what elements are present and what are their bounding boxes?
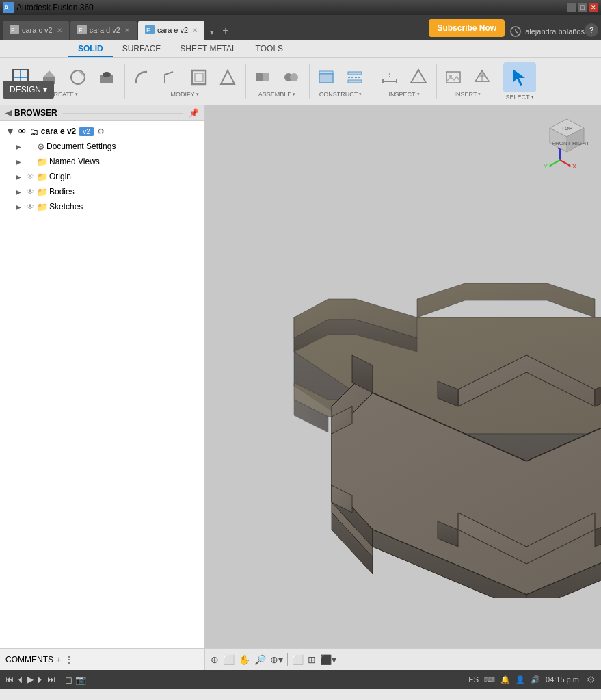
interference-icon: ! bbox=[408, 66, 429, 88]
toolbar-group-insert: INSERT▾ bbox=[438, 64, 500, 99]
zoom-icon[interactable]: 🔎 bbox=[254, 654, 266, 665]
expand-icon[interactable]: ▶ bbox=[14, 202, 23, 211]
shell-button[interactable] bbox=[185, 65, 213, 90]
design-button[interactable]: DESIGN ▾ bbox=[3, 81, 54, 99]
toolbar-tab-surface[interactable]: SURFACE bbox=[113, 41, 171, 57]
measure-button[interactable] bbox=[376, 65, 403, 90]
toolbar-tab-tools[interactable]: TOOLS bbox=[246, 41, 293, 57]
tree-item-named-views[interactable]: ▶ 👁 📁 Named Views bbox=[0, 154, 204, 169]
tab-cara-c-v2[interactable]: F cara c v2 ✕ bbox=[3, 21, 69, 40]
tree-item-bodies[interactable]: ▶ 👁 📁 Bodies bbox=[0, 184, 204, 199]
toolbar-tab-solid[interactable]: SOLID bbox=[68, 41, 113, 57]
first-frame-button[interactable]: ⏮ bbox=[5, 675, 14, 684]
timeline-mark-button[interactable]: ◻ bbox=[65, 675, 72, 685]
visibility-icon[interactable]: 👁 bbox=[25, 171, 36, 182]
as-built-joint-button[interactable] bbox=[278, 65, 305, 90]
tree-root-label: cara e v2 bbox=[41, 127, 76, 136]
zoom-dropdown-icon[interactable]: ⊕▾ bbox=[270, 654, 283, 665]
insert-image-icon bbox=[442, 66, 464, 88]
play-button[interactable]: ▶ bbox=[27, 675, 34, 684]
tree-root-gear-icon[interactable]: ⚙ bbox=[97, 127, 105, 136]
svg-rect-28 bbox=[319, 71, 333, 74]
subscribe-button[interactable]: Subscribe Now bbox=[429, 19, 505, 37]
tab-cara-e-v2[interactable]: F cara e v2 ✕ bbox=[138, 21, 204, 40]
maximize-button[interactable]: □ bbox=[578, 3, 587, 12]
notification-icon[interactable]: 🔔 bbox=[500, 675, 510, 684]
construct-group-label[interactable]: CONSTRUCT▾ bbox=[312, 91, 369, 98]
next-frame-button[interactable]: ⏵ bbox=[36, 675, 44, 684]
browser-collapse-icon[interactable]: ◀ bbox=[5, 108, 12, 118]
fit-view-icon[interactable]: ⬜ bbox=[223, 654, 235, 665]
joint-button[interactable] bbox=[249, 65, 276, 90]
inspect-group-label[interactable]: INSPECT▾ bbox=[376, 91, 432, 98]
expand-icon[interactable]: ▶ bbox=[14, 157, 23, 166]
insert-mesh-button[interactable] bbox=[468, 65, 496, 90]
assemble-group-label[interactable]: ASSEMBLE▾ bbox=[249, 91, 305, 98]
hole-button[interactable] bbox=[93, 65, 120, 90]
prev-frame-button[interactable]: ⏴ bbox=[16, 675, 25, 684]
settings-gear-icon[interactable]: ⚙ bbox=[587, 674, 596, 685]
visibility-icon: 👁 bbox=[25, 141, 36, 152]
tree-root-visibility-icon[interactable]: 👁 bbox=[18, 127, 27, 137]
revolve-button[interactable] bbox=[64, 65, 92, 90]
close-button[interactable]: ✕ bbox=[589, 3, 598, 12]
chamfer-icon bbox=[159, 66, 181, 88]
as-built-joint-icon bbox=[280, 66, 302, 88]
expand-icon[interactable]: ▶ bbox=[14, 187, 23, 196]
insert-image-button[interactable] bbox=[440, 65, 467, 90]
grid-icon[interactable]: ⊞ bbox=[308, 654, 316, 665]
display-mode-icon[interactable]: ⬜ bbox=[292, 654, 304, 665]
expand-icon[interactable]: ▶ bbox=[14, 142, 23, 151]
title-bar-controls: — □ ✕ bbox=[567, 3, 598, 12]
offset-plane-button[interactable] bbox=[312, 65, 340, 90]
volume-icon[interactable]: 🔊 bbox=[531, 675, 540, 684]
tab-close-icon[interactable]: ✕ bbox=[124, 27, 130, 34]
visibility-icon: 👁 bbox=[25, 156, 36, 167]
comments-overflow-icon[interactable]: ⋮ bbox=[64, 654, 74, 665]
last-frame-button[interactable]: ⏭ bbox=[47, 675, 55, 684]
toolbar-items: CREATE▾ bbox=[0, 58, 601, 105]
tab-close-icon[interactable]: ✕ bbox=[192, 27, 198, 34]
midplane-button[interactable] bbox=[341, 65, 369, 90]
user-icon[interactable]: 👤 bbox=[516, 675, 525, 684]
chamfer-button[interactable] bbox=[157, 65, 184, 90]
select-button[interactable] bbox=[503, 62, 536, 92]
orbit-icon[interactable]: ✋ bbox=[239, 654, 250, 665]
toolbar-tab-sheet-metal[interactable]: SHEET METAL bbox=[170, 41, 245, 57]
user-area: alejandra bolaños bbox=[510, 26, 585, 37]
tab-close-icon[interactable]: ✕ bbox=[57, 27, 62, 34]
select-group-label[interactable]: SELECT▾ bbox=[503, 94, 536, 101]
help-button[interactable]: ? bbox=[585, 23, 598, 37]
move-view-icon[interactable]: ⊕ bbox=[211, 654, 219, 665]
modify-group-label[interactable]: MODIFY▾ bbox=[128, 91, 241, 98]
environment-icon[interactable]: ⬛▾ bbox=[320, 654, 336, 665]
title-bar: A Autodesk Fusion 360 — □ ✕ bbox=[0, 0, 601, 15]
fillet-button[interactable] bbox=[128, 65, 155, 90]
clock-time: 04:15 p.m. bbox=[546, 675, 581, 684]
visibility-icon[interactable]: 👁 bbox=[25, 201, 36, 212]
tree-item-origin[interactable]: ▶ 👁 📁 Origin bbox=[0, 169, 204, 184]
minimize-button[interactable]: — bbox=[567, 3, 576, 12]
visibility-icon[interactable]: 👁 bbox=[25, 186, 36, 197]
tree-item-document-settings[interactable]: ▶ 👁 ⚙ Document Settings bbox=[0, 139, 204, 154]
title-bar-title: Autodesk Fusion 360 bbox=[16, 3, 94, 12]
clock-icon bbox=[510, 26, 521, 37]
insert-group-label[interactable]: INSERT▾ bbox=[440, 91, 496, 98]
tab-cara-d-v2[interactable]: F cara d v2 ✕ bbox=[70, 21, 137, 40]
svg-text:F: F bbox=[11, 27, 15, 34]
tree-item-sketches[interactable]: ▶ 👁 📁 Sketches bbox=[0, 199, 204, 214]
expand-icon[interactable]: ▶ bbox=[14, 172, 23, 181]
app-icon: A bbox=[3, 2, 14, 13]
draft-button[interactable] bbox=[214, 65, 241, 90]
tab-overflow-button[interactable]: ▾ bbox=[206, 25, 218, 40]
tab-add-button[interactable]: + bbox=[218, 22, 232, 40]
viewport[interactable]: Z Y X TOP bbox=[205, 105, 601, 648]
tree-root-tag: v2 bbox=[79, 127, 94, 136]
comments-add-icon[interactable]: + bbox=[56, 654, 62, 665]
tree-root-collapse-icon[interactable]: ▼ bbox=[5, 126, 15, 137]
browser-pin-icon[interactable]: 📌 bbox=[189, 108, 199, 118]
interference-button[interactable]: ! bbox=[405, 65, 432, 90]
offset-plane-icon bbox=[315, 66, 337, 88]
timeline-camera-button[interactable]: 📷 bbox=[75, 675, 86, 685]
tab-bar: F cara c v2 ✕ F cara d v2 ✕ F cara e v2 … bbox=[0, 15, 601, 40]
